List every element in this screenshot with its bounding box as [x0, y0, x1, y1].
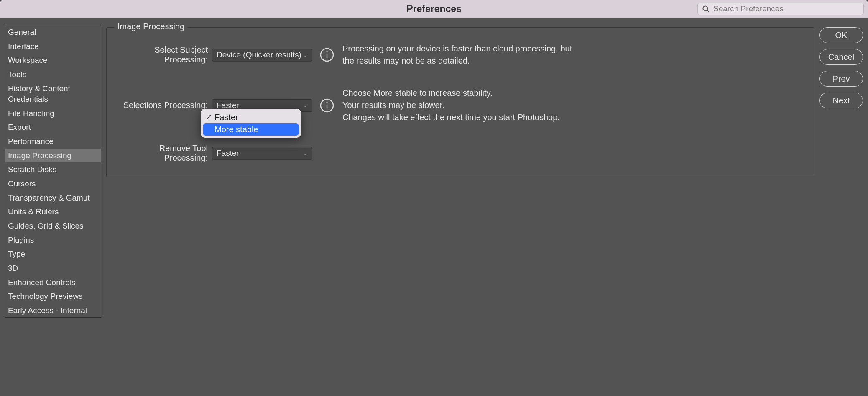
sidebar-item-workspace[interactable]: Workspace: [5, 53, 101, 67]
preferences-window: Preferences General Interface Workspace …: [0, 0, 868, 396]
image-processing-fieldset: Image Processing Select Subject Processi…: [106, 27, 814, 177]
dropdown-option-label: Faster: [214, 113, 238, 122]
dropdown-option-label: More stable: [214, 125, 258, 134]
svg-point-7: [327, 102, 328, 103]
info-icon[interactable]: [319, 98, 335, 113]
checkmark-icon: ✓: [205, 112, 214, 122]
chevron-down-icon: ⌄: [303, 150, 308, 157]
chevron-down-icon: ⌄: [303, 102, 308, 108]
next-button[interactable]: Next: [819, 93, 863, 108]
cancel-button[interactable]: Cancel: [819, 49, 863, 65]
sidebar-item-3d[interactable]: 3D: [5, 261, 101, 275]
ok-button[interactable]: OK: [819, 27, 863, 43]
chevron-down-icon: ⌄: [303, 52, 308, 58]
svg-point-0: [703, 6, 707, 10]
preferences-sidebar: General Interface Workspace Tools Histor…: [5, 25, 101, 318]
body: General Interface Workspace Tools Histor…: [0, 18, 868, 396]
sidebar-item-image-processing[interactable]: Image Processing: [5, 149, 101, 163]
sidebar-item-file-handling[interactable]: File Handling: [5, 106, 101, 121]
search-icon: [702, 5, 710, 13]
search-input[interactable]: [713, 4, 859, 13]
sidebar-item-type[interactable]: Type: [5, 247, 101, 261]
label-remove-tool-processing: Remove Tool Processing:: [117, 144, 212, 163]
svg-line-1: [707, 10, 709, 12]
main-panel: Image Processing Select Subject Processi…: [106, 25, 814, 391]
sidebar-item-guides-grid-slices[interactable]: Guides, Grid & Slices: [5, 219, 101, 233]
svg-point-4: [327, 51, 328, 52]
fieldset-legend: Image Processing: [114, 22, 188, 31]
action-buttons: OK Cancel Prev Next: [819, 25, 863, 391]
sidebar-item-history-content-credentials[interactable]: History & Content Credentials: [5, 82, 101, 106]
sidebar-item-enhanced-controls[interactable]: Enhanced Controls: [5, 275, 101, 290]
sidebar-item-interface[interactable]: Interface: [5, 39, 101, 54]
sidebar-item-cursors[interactable]: Cursors: [5, 177, 101, 191]
remove-tool-processing-dropdown-menu[interactable]: ✓ Faster More stable: [201, 109, 301, 138]
sidebar-item-scratch-disks[interactable]: Scratch Disks: [5, 162, 101, 177]
sidebar-item-performance[interactable]: Performance: [5, 134, 101, 149]
titlebar: Preferences: [0, 0, 868, 18]
dropdown-option-faster[interactable]: ✓ Faster: [203, 111, 299, 123]
label-selections-processing: Selections Processing:: [117, 100, 212, 110]
desc-selections-processing: Choose More stable to increase stability…: [342, 87, 560, 123]
sidebar-item-technology-previews[interactable]: Technology Previews: [5, 289, 101, 303]
sidebar-item-early-access-internal[interactable]: Early Access - Internal: [5, 303, 101, 318]
sidebar-item-plugins[interactable]: Plugins: [5, 233, 101, 247]
label-select-subject-processing: Select Subject Processing:: [117, 45, 212, 64]
window-title: Preferences: [406, 3, 462, 15]
select-subject-value: Device (Quicker results): [217, 50, 301, 59]
row-select-subject-processing: Select Subject Processing: Device (Quick…: [117, 43, 804, 67]
remove-tool-value: Faster: [217, 149, 239, 158]
select-subject-processing-dropdown[interactable]: Device (Quicker results) ⌄: [212, 49, 312, 61]
dropdown-option-more-stable[interactable]: More stable: [203, 123, 299, 136]
search-preferences[interactable]: [697, 3, 864, 15]
sidebar-item-general[interactable]: General: [5, 25, 101, 39]
info-icon[interactable]: [319, 47, 335, 63]
remove-tool-processing-dropdown[interactable]: Faster ⌄: [212, 147, 312, 159]
desc-select-subject-processing: Processing on your device is faster than…: [342, 43, 577, 67]
sidebar-item-export[interactable]: Export: [5, 120, 101, 134]
row-remove-tool-processing: Remove Tool Processing: Faster ⌄: [117, 144, 804, 163]
sidebar-item-units-rulers[interactable]: Units & Rulers: [5, 205, 101, 219]
sidebar-item-transparency-gamut[interactable]: Transparency & Gamut: [5, 191, 101, 205]
sidebar-item-tools[interactable]: Tools: [5, 67, 101, 82]
prev-button[interactable]: Prev: [819, 71, 863, 87]
